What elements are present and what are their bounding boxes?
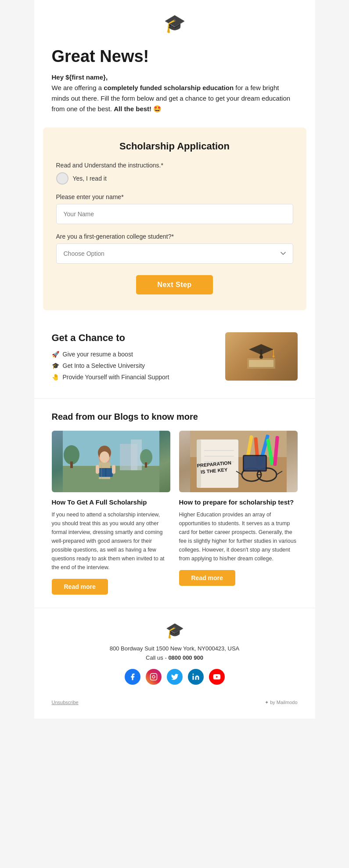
blog-section: Read from our Blogs to know more <box>34 398 315 608</box>
svg-rect-15 <box>145 462 147 468</box>
email-container: 🎓 Great News! Hey ${first name}, We are … <box>34 0 315 719</box>
list-item: 🎓 Get Into a Selective University <box>52 362 216 369</box>
footer-address: 800 Bordway Suit 1500 New York, NY000423… <box>43 645 306 652</box>
footer-phone: Call us - 0800 000 900 <box>43 654 306 661</box>
chance-content: Get a Chance to 🚀 Give your resume a boo… <box>52 332 216 385</box>
mailmodo-credit: ✦ by Mailmodo <box>265 700 297 705</box>
graduation-icon: 🎓 <box>52 362 59 369</box>
college-select[interactable]: Choose Option Yes No Not Sure <box>56 243 293 264</box>
twitter-icon[interactable] <box>167 669 183 685</box>
name-label: Please enter your name* <box>56 193 293 200</box>
svg-point-4 <box>259 356 263 359</box>
svg-rect-47 <box>150 674 157 680</box>
scholarship-form-section: Scholarship Application Read and Underst… <box>43 127 306 310</box>
hand-icon: 🤚 <box>52 374 59 381</box>
blog-section-title: Read from our Blogs to know more <box>52 412 298 422</box>
blog-grid: How To Get A Full Scholarship If you nee… <box>52 431 298 595</box>
svg-rect-13 <box>70 461 73 468</box>
instruction-label: Read and Understand the instructions.* <box>56 162 293 169</box>
form-title: Scholarship Application <box>56 141 293 152</box>
social-icons-row <box>43 669 306 685</box>
instagram-icon[interactable] <box>146 669 162 685</box>
chance-section: Get a Chance to 🚀 Give your resume a boo… <box>34 319 315 398</box>
footer-bottom-bar: Unsubscribe ✦ by Mailmodo <box>43 694 306 705</box>
blog-card-2-title: How to prepare for scholarship test? <box>179 498 298 506</box>
youtube-icon[interactable] <box>209 669 225 685</box>
read-more-button-1[interactable]: Read more <box>52 579 108 595</box>
unsubscribe-link[interactable]: Unsubscribe <box>52 700 79 705</box>
read-more-button-2[interactable]: Read more <box>179 570 235 586</box>
page-title: Great News! <box>52 47 298 66</box>
footer-logo-icon: 🎓 <box>43 621 306 639</box>
blog-card-1: How To Get A Full Scholarship If you nee… <box>52 431 170 595</box>
phone-number: 0800 000 900 <box>168 654 203 661</box>
next-step-button[interactable]: Next Step <box>136 275 212 294</box>
name-input[interactable] <box>56 204 293 224</box>
header: 🎓 <box>34 0 315 43</box>
checkbox-input[interactable] <box>56 172 68 185</box>
rocket-icon: 🚀 <box>52 351 59 358</box>
blog-image-1 <box>52 431 170 492</box>
blog-img-svg-1 <box>52 431 170 492</box>
svg-rect-46 <box>244 456 266 470</box>
blog-card-2-body: Higher Education provides an array of op… <box>179 510 298 563</box>
svg-rect-11 <box>131 439 142 470</box>
checkbox-row[interactable]: Yes, I read it <box>56 172 293 185</box>
blog-card-1-title: How To Get A Full Scholarship <box>52 498 170 506</box>
svg-point-49 <box>192 674 194 675</box>
checkbox-label: Yes, I read it <box>73 175 107 182</box>
list-item: 🤚 Provide Yourself with Financial Suppor… <box>52 374 216 381</box>
blog-card-1-body: If you need to attend a scholarship inte… <box>52 510 170 572</box>
blog-img-svg-2: PREPARATION IS THE KEY <box>179 431 298 492</box>
chance-list: 🚀 Give your resume a boost 🎓 Get Into a … <box>52 351 216 381</box>
blog-card-2: PREPARATION IS THE KEY <box>179 431 298 595</box>
chance-title: Get a Chance to <box>52 332 216 344</box>
svg-rect-1 <box>249 360 273 367</box>
facebook-icon[interactable] <box>125 669 140 685</box>
intro-body: We are offering a completely funded scho… <box>52 84 291 113</box>
svg-rect-23 <box>112 465 115 474</box>
greeting-text: Hey ${first name}, <box>52 73 108 81</box>
footer: 🎓 800 Bordway Suit 1500 New York, NY0004… <box>34 608 315 719</box>
college-label: Are you a first-generation college stude… <box>56 233 293 240</box>
cap-svg-icon <box>244 339 279 374</box>
intro-section: Great News! Hey ${first name}, We are of… <box>34 43 315 127</box>
graduation-cap-icon: 🎓 <box>43 13 306 34</box>
svg-rect-22 <box>96 465 99 474</box>
list-item: 🚀 Give your resume a boost <box>52 351 216 358</box>
svg-point-6 <box>273 356 275 358</box>
blog-image-2: PREPARATION IS THE KEY <box>179 431 298 492</box>
linkedin-icon[interactable] <box>188 669 204 685</box>
graduation-cap-image <box>225 332 298 381</box>
svg-point-19 <box>100 451 109 463</box>
